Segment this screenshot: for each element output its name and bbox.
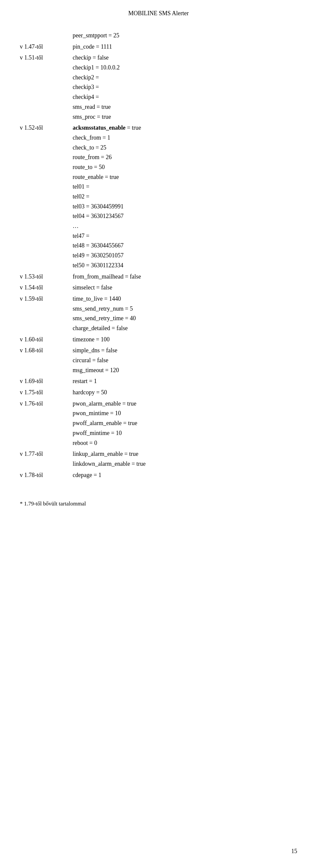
- table-row: v 1.68-tólsimple_dns = false circural = …: [20, 345, 297, 376]
- content-cell: acksmsstatus_enable = true check_from = …: [73, 122, 297, 271]
- version-cell: v 1.68-tól: [20, 345, 73, 376]
- content-cell: peer_smtpport = 25: [73, 30, 297, 41]
- table-row: v 1.75-tőlhardcopy = 50: [20, 387, 297, 398]
- version-cell: v 1.60-tól: [20, 334, 73, 345]
- version-cell: v 1.69-től: [20, 376, 73, 387]
- version-cell: [20, 30, 73, 41]
- content-cell: checkip = false checkip1 = 10.0.0.2 chec…: [73, 52, 297, 122]
- table-row: v 1.54-tőlsimselect = false: [20, 282, 297, 293]
- version-cell: v 1.47-től: [20, 41, 73, 53]
- table-row: v 1.52-tőlacksmsstatus_enable = true che…: [20, 122, 297, 271]
- table-row: v 1.53-tólfrom_from_mailhead = false: [20, 271, 297, 282]
- version-cell: v 1.75-től: [20, 387, 73, 398]
- content-cell: linkup_alarm_enable = true linkdown_alar…: [73, 448, 297, 469]
- table-row: v 1.69-tőlrestart = 1: [20, 376, 297, 387]
- page-title: MOBILINE SMS Alerter: [129, 10, 189, 17]
- content-cell: hardcopy = 50: [73, 387, 297, 398]
- table-row: v 1.60-tóltimezone = 100: [20, 334, 297, 345]
- table-row: v 1.77-tőllinkup_alarm_enable = true lin…: [20, 448, 297, 469]
- content-cell: pwon_alarm_enable = true pwon_mintime = …: [73, 398, 297, 448]
- content-cell: cdepage = 1: [73, 470, 297, 481]
- table-row: v 1.76-tólpwon_alarm_enable = true pwon_…: [20, 398, 297, 448]
- content-cell: from_from_mailhead = false: [73, 271, 297, 282]
- table-row: v 1.59-tőltime_to_live = 1440 sms_send_r…: [20, 293, 297, 334]
- content-cell: timezone = 100: [73, 334, 297, 345]
- version-cell: v 1.78-tól: [20, 470, 73, 481]
- content-cell: restart = 1: [73, 376, 297, 387]
- entries-table: peer_smtpport = 25v 1.47-tőlpin_code = 1…: [20, 30, 297, 480]
- footer-note-text: * 1.79-től bővült tartalommal: [20, 500, 86, 507]
- table-row: peer_smtpport = 25: [20, 30, 297, 41]
- version-cell: v 1.76-tól: [20, 398, 73, 448]
- content-cell: simselect = false: [73, 282, 297, 293]
- content-cell: time_to_live = 1440 sms_send_retry_num =…: [73, 293, 297, 334]
- page-number: 15: [291, 848, 297, 855]
- version-cell: v 1.54-től: [20, 282, 73, 293]
- table-row: v 1.51-tőlcheckip = false checkip1 = 10.…: [20, 52, 297, 122]
- version-cell: v 1.77-től: [20, 448, 73, 469]
- version-cell: v 1.59-től: [20, 293, 73, 334]
- version-cell: v 1.52-től: [20, 122, 73, 271]
- content-area: peer_smtpport = 25v 1.47-tőlpin_code = 1…: [0, 24, 317, 533]
- page-header: MOBILINE SMS Alerter: [0, 0, 317, 24]
- table-row: v 1.47-tőlpin_code = 1111: [20, 41, 297, 53]
- table-row: v 1.78-tólcdepage = 1: [20, 470, 297, 481]
- content-cell: simple_dns = false circural = false msg_…: [73, 345, 297, 376]
- content-cell: pin_code = 1111: [73, 41, 297, 53]
- footer-note: * 1.79-től bővült tartalommal: [20, 500, 297, 507]
- version-cell: v 1.51-től: [20, 52, 73, 122]
- version-cell: v 1.53-tól: [20, 271, 73, 282]
